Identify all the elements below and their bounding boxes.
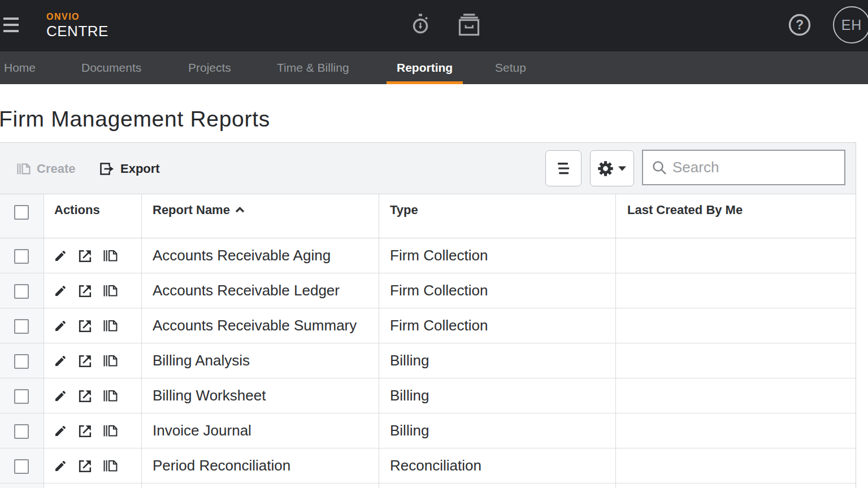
open-report-button[interactable] <box>79 424 92 438</box>
edit-pencil-icon <box>54 319 67 333</box>
search-icon <box>652 160 667 175</box>
app-window: ONVIO CENTRE ? <box>0 0 868 488</box>
report-type: Billing <box>379 378 616 413</box>
copy-report-button[interactable] <box>103 424 117 438</box>
export-button-label: Export <box>120 162 160 176</box>
edit-report-button[interactable] <box>54 249 67 263</box>
copy-report-button[interactable] <box>103 319 117 333</box>
report-name[interactable]: Accounts Receivable Aging <box>142 238 379 273</box>
copy-report-button[interactable] <box>103 389 117 403</box>
report-type: Firm Collection <box>379 308 616 343</box>
open-external-icon <box>79 249 92 263</box>
report-last-created <box>616 378 856 413</box>
gear-icon <box>598 161 613 176</box>
row-checkbox[interactable] <box>14 319 29 334</box>
column-header-actions: Actions <box>44 194 142 238</box>
edit-report-button[interactable] <box>54 459 67 473</box>
create-button[interactable]: Create <box>17 143 75 194</box>
nav-item[interactable]: Projects <box>178 51 241 84</box>
edit-report-button[interactable] <box>54 354 67 368</box>
open-report-button[interactable] <box>79 389 92 403</box>
open-report-button[interactable] <box>79 284 92 298</box>
export-button[interactable]: Export <box>100 143 160 194</box>
row-checkbox-cell <box>0 273 44 308</box>
open-external-icon <box>79 424 92 438</box>
select-all-checkbox[interactable] <box>14 205 29 220</box>
row-checkbox-cell <box>0 448 44 483</box>
open-report-button[interactable] <box>79 249 92 263</box>
timer-icon[interactable] <box>410 13 432 39</box>
edit-pencil-icon <box>54 354 67 368</box>
report-type: Firm Collection <box>379 273 616 308</box>
copy-report-icon <box>103 459 118 472</box>
create-button-label: Create <box>37 162 75 176</box>
column-header-last-created[interactable]: Last Created By Me <box>616 194 856 238</box>
hamburger-menu-icon[interactable] <box>3 16 19 32</box>
copy-report-button[interactable] <box>103 249 117 263</box>
search-input[interactable] <box>667 151 844 184</box>
nav-item[interactable]: Setup <box>485 51 536 84</box>
edit-report-button[interactable] <box>54 319 67 333</box>
main-nav: Home Documents Projects Time & Billing R… <box>0 51 868 84</box>
svg-text:?: ? <box>796 18 804 32</box>
open-report-button[interactable] <box>79 459 92 473</box>
topbar: ONVIO CENTRE ? <box>0 0 868 51</box>
inbox-tray-icon[interactable] <box>458 13 480 39</box>
report-name <box>142 483 379 488</box>
edit-report-button[interactable] <box>54 389 67 403</box>
report-name[interactable]: Period Reconciliation <box>142 448 379 483</box>
brand-product: ONVIO <box>46 12 108 22</box>
open-external-icon <box>79 459 92 473</box>
row-actions-cell <box>44 378 142 413</box>
report-last-created <box>616 413 856 448</box>
row-checkbox[interactable] <box>14 459 29 474</box>
report-name[interactable]: Accounts Receivable Ledger <box>142 273 379 308</box>
settings-button[interactable] <box>590 150 634 186</box>
report-name[interactable]: Billing Analysis <box>142 343 379 378</box>
copy-report-button[interactable] <box>103 284 117 298</box>
report-type: Billing <box>379 343 616 378</box>
table-row: Accounts Receivable Summary Firm Collect… <box>0 308 856 343</box>
column-header-report-name[interactable]: Report Name <box>142 194 379 238</box>
copy-report-button[interactable] <box>103 459 117 473</box>
row-checkbox[interactable] <box>14 389 29 404</box>
column-header-type[interactable]: Type <box>379 194 616 238</box>
help-icon[interactable]: ? <box>788 13 811 39</box>
edit-pencil-icon <box>54 284 67 298</box>
row-checkbox[interactable] <box>14 354 29 369</box>
edit-pencil-icon <box>54 459 67 473</box>
edit-report-button[interactable] <box>54 424 67 438</box>
report-name[interactable]: Invoice Journal <box>142 413 379 448</box>
open-report-button[interactable] <box>79 354 92 368</box>
row-actions-cell <box>44 413 142 448</box>
nav-item[interactable]: Reporting <box>387 51 463 84</box>
report-last-created <box>616 273 856 308</box>
report-name[interactable]: Billing Worksheet <box>142 378 379 413</box>
edit-report-button[interactable] <box>54 284 67 298</box>
brand-edition: CENTRE <box>46 23 108 40</box>
row-checkbox-cell <box>0 378 44 413</box>
row-checkbox-cell <box>0 483 44 488</box>
nav-item[interactable]: Home <box>0 51 46 84</box>
copy-report-icon <box>103 354 118 367</box>
create-copy-icon <box>17 163 31 175</box>
table-row-partial <box>0 483 856 488</box>
row-checkbox[interactable] <box>14 284 29 299</box>
table-toolbar: Create Export <box>0 143 856 194</box>
user-avatar[interactable]: EH <box>833 6 868 43</box>
copy-report-button[interactable] <box>103 354 117 368</box>
row-checkbox[interactable] <box>14 249 29 264</box>
brand-logo[interactable]: ONVIO CENTRE <box>46 12 108 40</box>
nav-item[interactable]: Time & Billing <box>267 51 359 84</box>
row-actions-cell <box>44 308 142 343</box>
row-checkbox-cell <box>0 308 44 343</box>
open-report-button[interactable] <box>79 319 92 333</box>
nav-item[interactable]: Documents <box>71 51 151 84</box>
row-options-button[interactable] <box>545 150 581 186</box>
edit-pencil-icon <box>54 424 67 438</box>
user-initials: EH <box>841 17 862 33</box>
page-title: Firm Management Reports <box>0 107 270 132</box>
report-name[interactable]: Accounts Receivable Summary <box>142 308 379 343</box>
row-checkbox[interactable] <box>14 424 29 439</box>
sort-ascending-icon <box>235 207 245 213</box>
